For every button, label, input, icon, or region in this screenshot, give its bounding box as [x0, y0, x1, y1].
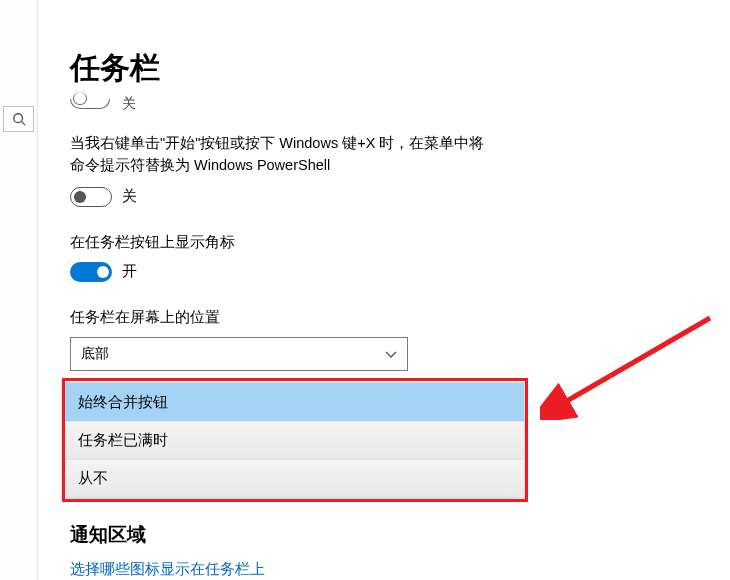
position-label: 任务栏在屏幕上的位置 — [70, 308, 540, 327]
nav-sidebar — [0, 0, 38, 580]
combine-dropdown[interactable]: 始终合并按钮 任务栏已满时 从不 — [63, 382, 525, 498]
dropdown-option-2[interactable]: 从不 — [64, 459, 524, 497]
svg-point-0 — [13, 114, 22, 123]
dropdown-option-0[interactable]: 始终合并按钮 — [64, 383, 524, 421]
toggle-badges-label: 开 — [122, 262, 137, 281]
toggle-row-partial: 关 — [70, 95, 540, 113]
toggle-badges[interactable] — [70, 262, 112, 282]
chevron-down-icon — [385, 348, 397, 360]
badges-label: 在任务栏按钮上显示角标 — [70, 233, 540, 252]
page-title: 任务栏 — [70, 48, 540, 89]
search-icon — [12, 112, 26, 126]
search-button[interactable] — [3, 106, 34, 132]
settings-content: 任务栏 关 当我右键单击"开始"按钮或按下 Windows 键+X 时，在菜单中… — [70, 48, 540, 416]
position-value: 底部 — [81, 345, 109, 363]
dropdown-option-1[interactable]: 任务栏已满时 — [64, 421, 524, 459]
position-select[interactable]: 底部 — [70, 337, 408, 371]
toggle-powershell-label: 关 — [122, 187, 137, 206]
svg-line-1 — [21, 122, 25, 126]
svg-line-3 — [560, 318, 710, 405]
annotation-arrow-icon — [540, 310, 720, 420]
toggle-powershell[interactable] — [70, 187, 112, 207]
toggle-partial[interactable] — [70, 99, 110, 109]
link-choose-icons[interactable]: 选择哪些图标显示在任务栏上 — [70, 560, 265, 579]
toggle-label-partial: 关 — [122, 95, 136, 113]
section-notification-title: 通知区域 — [70, 522, 146, 548]
powershell-desc: 当我右键单击"开始"按钮或按下 Windows 键+X 时，在菜单中将命令提示符… — [70, 133, 490, 177]
